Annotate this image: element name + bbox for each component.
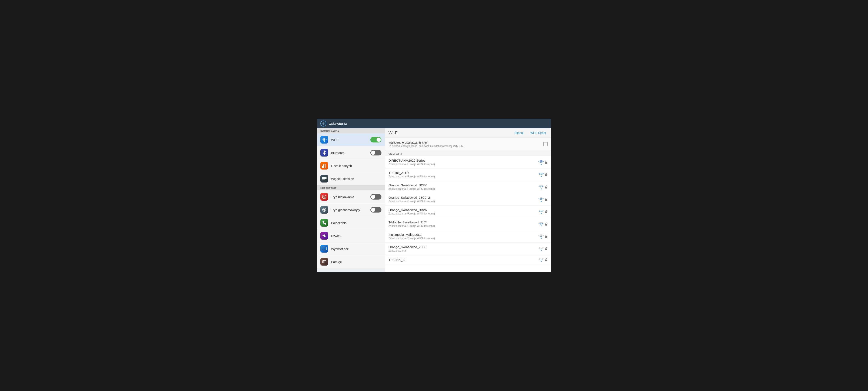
network-status: Zabezpieczona (Funkcja WPS dostępna) xyxy=(389,175,538,178)
wifi-panel-header: Wi-Fi Skanuj Wi-Fi Direct xyxy=(385,128,551,138)
svg-point-38 xyxy=(541,250,542,251)
sidebar-item-sound[interactable]: Dźwięk xyxy=(317,229,385,242)
smart-switch-text: Inteligentne przełączanie sieci Ta funkc… xyxy=(389,141,544,147)
block-label: Tryb blokowania xyxy=(331,195,370,199)
sidebar-item-display[interactable]: Wyświetlacz xyxy=(317,242,385,255)
network-name: multimedia_Malgorzata xyxy=(389,233,538,236)
sidebar-item-block[interactable]: Tryb blokowania xyxy=(317,190,385,203)
app-header: ⚙ Ustawienia xyxy=(317,119,551,128)
svg-rect-7 xyxy=(322,178,327,179)
network-item[interactable]: Orange_Swiatlowod_78C0_2Zabezpieczona (F… xyxy=(385,193,551,205)
svg-point-30 xyxy=(541,201,542,202)
network-name: TP-LINK_BI xyxy=(389,258,538,261)
memory-icon xyxy=(320,258,328,266)
display-icon xyxy=(320,245,328,253)
network-status: Zabezpieczona (Funkcja WPS dostępna) xyxy=(389,163,538,166)
network-status: Zabezpieczona (Funkcja WPS dostępna) xyxy=(389,212,538,215)
sound-label: Dźwięk xyxy=(331,234,381,238)
svg-rect-8 xyxy=(322,179,325,180)
network-signal-icon xyxy=(538,160,548,165)
svg-rect-31 xyxy=(545,199,548,201)
svg-rect-25 xyxy=(545,162,548,164)
networks-section-label: SIECI WI-FI xyxy=(385,151,551,156)
screen: ⚙ Ustawienia KOMUNIKACJA Wi-Fi Bluetooth xyxy=(317,119,551,272)
sidebar-item-wifi[interactable]: Wi-Fi xyxy=(317,133,385,146)
network-name: Orange_Swiatlowod_78C0_2 xyxy=(389,196,538,199)
wifi-content: Inteligentne przełączanie sieci Ta funkc… xyxy=(385,138,551,272)
network-signal-icon xyxy=(538,222,548,226)
network-name: TP-Link_A2C7 xyxy=(389,171,538,175)
more-icon xyxy=(320,175,328,183)
app-title: Ustawienia xyxy=(329,121,347,126)
network-info: Orange_Swiatlowod_BB2AZabezpieczona (Fun… xyxy=(389,208,538,215)
svg-rect-22 xyxy=(324,260,324,261)
audio-icon xyxy=(320,206,328,214)
network-signal-icon xyxy=(538,210,548,214)
block-toggle[interactable] xyxy=(370,194,381,199)
network-item[interactable]: Orange_Swiatlowod_BCB0Zabezpieczona (Fun… xyxy=(385,181,551,193)
network-info: TP-Link_A2C7Zabezpieczona (Funkcja WPS d… xyxy=(389,171,538,178)
network-item[interactable]: Orange_Swiatlowod_BB2AZabezpieczona (Fun… xyxy=(385,205,551,218)
sound-icon xyxy=(320,232,328,240)
network-info: multimedia_MalgorzataZabezpieczona (Funk… xyxy=(389,233,538,240)
wifi-icon xyxy=(320,136,328,143)
svg-point-32 xyxy=(541,213,542,214)
memory-label: Pamięć xyxy=(331,260,381,264)
sidebar-item-more[interactable]: Więcej ustawień xyxy=(317,172,385,185)
wifi-action-buttons: Skanuj Wi-Fi Direct xyxy=(513,130,548,135)
network-item[interactable]: TP-Link_A2C7Zabezpieczona (Funkcja WPS d… xyxy=(385,168,551,181)
sidebar-item-bluetooth[interactable]: Bluetooth xyxy=(317,146,385,159)
svg-rect-37 xyxy=(545,236,548,238)
network-item[interactable]: multimedia_MalgorzataZabezpieczona (Funk… xyxy=(385,230,551,243)
audio-label: Tryb głośnomówiący xyxy=(331,208,370,212)
svg-marker-13 xyxy=(322,234,325,238)
sidebar-item-data[interactable]: Licznik danych xyxy=(317,159,385,172)
wifi-panel-title: Wi-Fi xyxy=(389,131,399,135)
smart-switch-checkbox[interactable] xyxy=(544,142,548,146)
network-status: Zabezpieczona xyxy=(389,249,538,252)
svg-rect-27 xyxy=(545,174,548,176)
svg-point-12 xyxy=(323,209,325,211)
main-content: KOMUNIKACJA Wi-Fi Bluetooth Licznik dany… xyxy=(317,128,551,272)
network-status: Zabezpieczona (Funkcja WPS dostępna) xyxy=(389,188,538,190)
data-label: Licznik danych xyxy=(331,164,381,168)
svg-rect-21 xyxy=(323,260,323,261)
smart-switch-row[interactable]: Inteligentne przełączanie sieci Ta funkc… xyxy=(385,138,551,151)
sidebar-item-audio[interactable]: Tryb głośnomówiący xyxy=(317,203,385,216)
svg-rect-6 xyxy=(322,177,327,177)
network-item[interactable]: T-Mobile_Swiatlowod_9174Zabezpieczona (F… xyxy=(385,218,551,230)
network-name: Orange_Swiatlowod_BB2A xyxy=(389,208,538,212)
svg-point-0 xyxy=(324,141,324,142)
smart-switch-title: Inteligentne przełączanie sieci xyxy=(389,141,544,144)
svg-point-28 xyxy=(541,188,542,189)
network-info: T-Mobile_Swiatlowod_9174Zabezpieczona (F… xyxy=(389,220,538,227)
svg-point-34 xyxy=(541,225,542,226)
svg-rect-41 xyxy=(545,260,548,261)
svg-rect-4 xyxy=(323,165,324,168)
sidebar-item-memory[interactable]: Pamięć xyxy=(317,255,385,268)
scan-button[interactable]: Skanuj xyxy=(513,130,525,135)
svg-point-24 xyxy=(541,164,542,165)
settings-icon: ⚙ xyxy=(320,120,327,127)
sidebar-item-phone[interactable]: Połączenia xyxy=(317,216,385,229)
network-item[interactable]: Orange_Swiatlowod_78C0Zabezpieczona xyxy=(385,243,551,255)
svg-rect-3 xyxy=(322,166,323,168)
network-item[interactable]: TP-LINK_BI xyxy=(385,255,551,265)
bluetooth-label: Bluetooth xyxy=(331,151,370,155)
wifi-toggle[interactable] xyxy=(370,137,381,142)
network-item[interactable]: DIRECT-AHM2020 SeriesZabezpieczona (Funk… xyxy=(385,156,551,168)
network-status: Zabezpieczona (Funkcja WPS dostępna) xyxy=(389,237,538,240)
network-signal-icon xyxy=(538,185,548,189)
more-label: Więcej ustawień xyxy=(331,177,381,180)
network-info: DIRECT-AHM2020 SeriesZabezpieczona (Funk… xyxy=(389,159,538,166)
network-signal-icon xyxy=(538,257,548,262)
svg-rect-35 xyxy=(545,224,548,226)
bluetooth-toggle[interactable] xyxy=(370,150,381,156)
network-name: Orange_Swiatlowod_78C0 xyxy=(389,245,538,249)
svg-rect-14 xyxy=(322,247,327,250)
wifi-label: Wi-Fi xyxy=(331,138,370,142)
wifi-direct-button[interactable]: Wi-Fi Direct xyxy=(529,130,548,135)
block-icon xyxy=(320,193,328,201)
svg-point-40 xyxy=(541,261,542,262)
audio-toggle[interactable] xyxy=(370,207,381,213)
